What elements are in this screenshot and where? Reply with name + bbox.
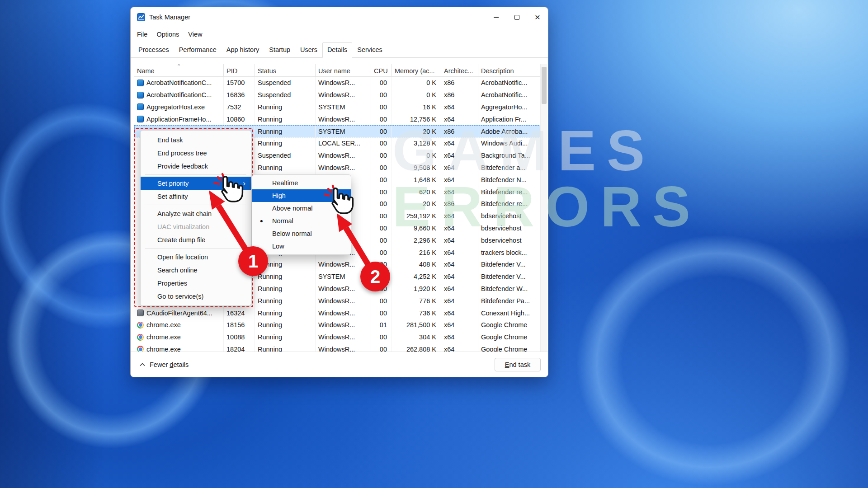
process-row[interactable]: chrome.exe18204RunningWindowsR...00262,8…	[134, 343, 541, 352]
process-row[interactable]: AcrobatNotificationC...16836SuspendedWin…	[134, 89, 541, 101]
priority-option-above-normal[interactable]: Above normal	[252, 202, 351, 215]
menu-file[interactable]: File	[132, 28, 152, 40]
cell-user-name: WindowsR...	[316, 343, 371, 352]
cell-cpu: 00	[371, 246, 392, 258]
menu-item-analyze-wait-chain[interactable]: Analyze wait chain	[141, 207, 251, 220]
menu-item-label: Set affinity	[157, 193, 188, 200]
app-icon	[137, 92, 144, 99]
tab-details[interactable]: Details	[322, 42, 352, 58]
process-row[interactable]: AcrobatNotificationC...15700SuspendedWin…	[134, 77, 541, 89]
cell-description: bdservicehost	[478, 210, 541, 222]
process-name: chrome.exe	[146, 321, 181, 328]
menu-item-label: Below normal	[272, 230, 312, 237]
menu-item-provide-feedback[interactable]: Provide feedback	[141, 160, 251, 173]
cell-memory: 0 K	[392, 77, 441, 89]
window-controls: ×	[486, 7, 548, 27]
column-header-status[interactable]: Status	[255, 64, 316, 76]
menu-item-set-priority[interactable]: Set priority›	[141, 177, 251, 190]
cell-cpu: 00	[371, 307, 392, 319]
menu-options[interactable]: Options	[152, 28, 184, 40]
cell-cpu: 00	[371, 343, 392, 352]
menu-item-go-to-service-s[interactable]: Go to service(s)	[141, 290, 251, 303]
cell-status: Running	[255, 271, 316, 283]
step-2-badge: 2	[360, 262, 390, 291]
menu-item-properties[interactable]: Properties	[141, 277, 251, 290]
column-header-architec[interactable]: Architec...	[441, 64, 478, 76]
cell-architecture: x64	[441, 222, 478, 235]
minimize-button[interactable]	[486, 7, 506, 27]
tab-performance[interactable]: Performance	[174, 42, 222, 57]
cell-memory: 2,296 K	[392, 234, 441, 246]
column-header-cpu[interactable]: CPU	[371, 64, 392, 76]
tab-services[interactable]: Services	[352, 42, 387, 57]
column-header-name[interactable]: Name^	[134, 64, 224, 76]
vertical-scrollbar[interactable]	[540, 64, 547, 352]
menu-item-label: Properties	[157, 280, 187, 287]
process-row[interactable]: chrome.exe10088RunningWindowsR...00304 K…	[134, 331, 541, 343]
priority-option-realtime[interactable]: Realtime	[252, 177, 351, 189]
cell-description: Google Chrome	[478, 331, 541, 343]
column-header-user-name[interactable]: User name	[316, 64, 371, 76]
cell-cpu: 00	[371, 113, 392, 125]
menu-item-end-process-tree[interactable]: End process tree	[141, 146, 251, 160]
process-row[interactable]: chrome.exe18156RunningWindowsR...01281,5…	[134, 319, 541, 331]
column-header-memory-ac[interactable]: Memory (ac...	[392, 64, 441, 76]
priority-option-high[interactable]: High	[252, 189, 351, 202]
cell-cpu: 00	[371, 137, 392, 150]
priority-option-normal[interactable]: •Normal	[252, 215, 351, 227]
tab-processes[interactable]: Processes	[133, 42, 174, 57]
close-button[interactable]: ×	[527, 7, 548, 27]
cell-architecture: x64	[441, 307, 478, 319]
cell-description: Bitdefender re...	[478, 186, 541, 198]
cell-name: AcrobatNotificationC...	[134, 77, 224, 89]
cell-description: Windows Audi...	[478, 137, 541, 150]
end-task-button[interactable]: End task	[495, 358, 541, 371]
cell-architecture: x64	[441, 234, 478, 246]
cell-cpu: 00	[371, 77, 392, 89]
cell-status: Running	[255, 125, 316, 137]
menu-item-open-file-location[interactable]: Open file location	[141, 250, 251, 263]
cell-memory: 408 K	[392, 258, 441, 271]
priority-option-low[interactable]: Low	[252, 240, 351, 253]
cell-user-name: WindowsR...	[316, 77, 371, 89]
menu-item-label: Provide feedback	[157, 163, 208, 170]
menu-item-set-affinity[interactable]: Set affinity	[141, 190, 251, 203]
tab-users[interactable]: Users	[295, 42, 322, 57]
column-header-description[interactable]: Description	[478, 64, 541, 76]
cell-description: Bitdefender W...	[478, 283, 541, 295]
process-name: AcrobatNotificationC...	[146, 79, 212, 86]
process-row[interactable]: CAudioFilterAgent64...16324RunningWindow…	[134, 307, 541, 319]
cell-user-name: WindowsR...	[316, 89, 371, 101]
tab-startup[interactable]: Startup	[264, 42, 295, 57]
scrollbar-thumb[interactable]	[542, 67, 547, 104]
cell-status: Running	[255, 162, 316, 174]
menu-item-label: Normal	[272, 217, 293, 225]
priority-submenu: RealtimeHighAbove normal•NormalBelow nor…	[252, 174, 351, 255]
menu-item-uac-virtualization[interactable]: UAC virtualization	[141, 220, 251, 233]
cell-description: AcrobatNotific...	[478, 77, 541, 89]
process-row[interactable]: AggregatorHost.exe7532RunningSYSTEM0016 …	[134, 101, 541, 113]
menu-item-search-online[interactable]: Search online	[141, 263, 251, 277]
column-label: PID	[226, 67, 237, 75]
maximize-button[interactable]	[506, 7, 527, 27]
process-row[interactable]: ApplicationFrameHo...10860RunningWindows…	[134, 113, 541, 125]
menu-item-label: Realtime	[272, 179, 298, 187]
tab-app-history[interactable]: App history	[222, 42, 264, 57]
task-manager-icon	[137, 13, 145, 21]
process-name: ApplicationFrameHo...	[146, 116, 211, 123]
cell-name: AggregatorHost.exe	[134, 101, 224, 113]
menu-separator	[145, 205, 246, 205]
fewer-details-toggle[interactable]: Fewer details	[140, 361, 189, 368]
menu-view[interactable]: View	[184, 28, 207, 40]
cell-user-name: WindowsR...	[316, 150, 371, 162]
menu-separator	[145, 248, 246, 249]
cell-memory: 20 K	[392, 198, 441, 210]
menu-item-end-task[interactable]: End task	[141, 133, 251, 146]
menu-item-create-dump-file[interactable]: Create dump file	[141, 233, 251, 246]
cell-user-name: SYSTEM	[316, 125, 371, 137]
close-icon: ×	[535, 12, 540, 23]
cell-pid: 7532	[224, 101, 255, 113]
column-header-pid[interactable]: PID	[224, 64, 255, 76]
gear-icon	[137, 310, 144, 316]
priority-option-below-normal[interactable]: Below normal	[252, 227, 351, 240]
